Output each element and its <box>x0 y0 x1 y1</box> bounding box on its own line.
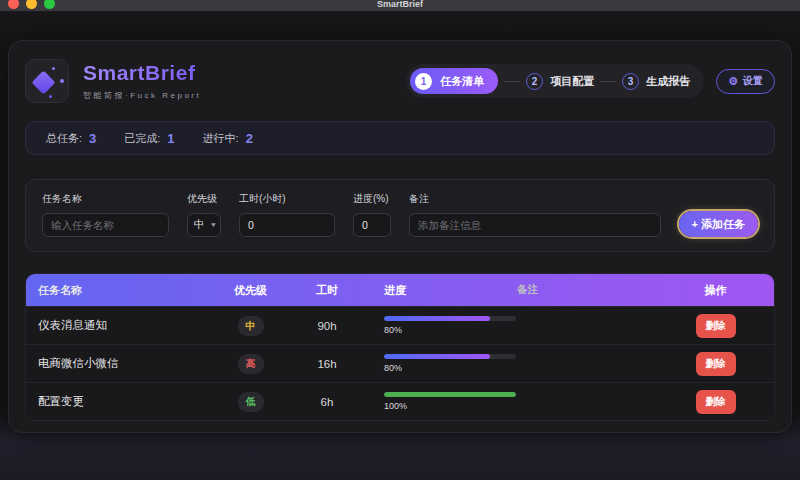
priority-badge: 中 <box>238 316 264 336</box>
header-task-name: 任务名称 <box>26 283 209 298</box>
hours-cell: 16h <box>292 358 362 370</box>
tab-task-list[interactable]: 1 任务清单 <box>410 68 498 94</box>
step-connector <box>600 81 616 82</box>
app-title: SmartBrief <box>83 61 201 85</box>
progress-fill <box>384 354 490 359</box>
priority-select[interactable]: 中 ▼ <box>187 213 221 237</box>
stat-label: 进行中: <box>203 131 239 146</box>
delete-button[interactable]: 删除 <box>696 314 736 338</box>
stat-label: 总任务: <box>46 131 82 146</box>
stat-in-progress: 进行中: 2 <box>203 131 253 146</box>
progress-input[interactable] <box>353 213 391 237</box>
app-logo-icon <box>25 59 69 103</box>
header-progress: 进度 <box>362 283 517 298</box>
stat-total: 总任务: 3 <box>46 131 96 146</box>
chevron-down-icon: ▼ <box>210 221 218 228</box>
diamond-icon <box>31 70 55 94</box>
step-label: 项目配置 <box>550 74 594 89</box>
gear-icon: ⚙ <box>728 75 738 88</box>
progress-bar: 80% <box>384 354 517 373</box>
progress-field: 进度(%) <box>353 192 391 237</box>
progress-track <box>384 354 516 359</box>
progress-track <box>384 392 516 397</box>
header-actions: 操作 <box>657 283 774 298</box>
priority-label: 优先级 <box>187 192 221 206</box>
task-name-cell: 电商微信小微信 <box>26 356 209 371</box>
note-input[interactable] <box>409 213 661 237</box>
step-connector <box>504 81 520 82</box>
progress-fill <box>384 392 516 397</box>
hours-label: 工时(小时) <box>239 192 335 206</box>
task-table: 任务名称 优先级 工时 进度 备注 操作 仪表消息通知 中 90h 80% 删除 <box>25 273 775 421</box>
table-row: 电商微信小微信 高 16h 80% 删除 <box>26 344 774 382</box>
priority-field: 优先级 中 ▼ <box>187 192 221 237</box>
add-task-form: 任务名称 优先级 中 ▼ 工时(小时) 进度(%) 备注 + 添加任务 <box>25 179 775 252</box>
stats-bar: 总任务: 3 已完成: 1 进行中: 2 <box>25 121 775 155</box>
delete-button[interactable]: 删除 <box>696 390 736 414</box>
progress-bar: 80% <box>384 316 517 335</box>
progress-label: 进度(%) <box>353 192 391 206</box>
window-title: SmartBrief <box>0 0 800 9</box>
step-number: 2 <box>526 73 543 90</box>
main-panel: SmartBrief 智能简报·Fuck Report 1 任务清单 2 项目配… <box>8 40 792 433</box>
stat-value: 3 <box>89 131 96 146</box>
progress-label: 100% <box>384 401 517 411</box>
header-note: 备注 <box>517 283 657 297</box>
brand: SmartBrief 智能简报·Fuck Report <box>25 59 201 103</box>
add-task-button[interactable]: + 添加任务 <box>679 211 758 237</box>
delete-button[interactable]: 删除 <box>696 352 736 376</box>
task-name-input[interactable] <box>42 213 169 237</box>
task-name-cell: 仪表消息通知 <box>26 318 209 333</box>
step-number: 1 <box>415 73 432 90</box>
table-header: 任务名称 优先级 工时 进度 备注 操作 <box>26 274 774 306</box>
table-row: 仪表消息通知 中 90h 80% 删除 <box>26 306 774 344</box>
progress-label: 80% <box>384 363 517 373</box>
priority-badge: 高 <box>238 354 264 374</box>
window-titlebar: SmartBrief <box>0 0 800 11</box>
tab-project-config[interactable]: 2 项目配置 <box>526 73 594 90</box>
dot-icon <box>49 95 52 98</box>
hours-cell: 6h <box>292 396 362 408</box>
task-name-label: 任务名称 <box>42 192 169 206</box>
progress-label: 80% <box>384 325 517 335</box>
app-header: SmartBrief 智能简报·Fuck Report 1 任务清单 2 项目配… <box>25 59 775 103</box>
step-number: 3 <box>622 73 639 90</box>
stat-label: 已完成: <box>124 131 160 146</box>
hours-input[interactable] <box>239 213 335 237</box>
task-name-field: 任务名称 <box>42 192 169 237</box>
dot-icon <box>52 67 55 70</box>
stat-completed: 已完成: 1 <box>124 131 174 146</box>
dot-icon <box>60 79 64 83</box>
wizard-stepper: 1 任务清单 2 项目配置 3 生成报告 <box>406 64 704 98</box>
header-hours: 工时 <box>292 283 362 298</box>
progress-bar: 100% <box>384 392 517 411</box>
settings-label: 设置 <box>743 74 763 88</box>
hours-cell: 90h <box>292 320 362 332</box>
stat-value: 2 <box>246 131 253 146</box>
progress-fill <box>384 316 490 321</box>
priority-badge: 低 <box>238 392 264 412</box>
header-priority: 优先级 <box>209 283 292 298</box>
progress-track <box>384 316 516 321</box>
step-label: 生成报告 <box>646 74 690 89</box>
app-subtitle: 智能简报·Fuck Report <box>83 90 201 101</box>
tab-generate-report[interactable]: 3 生成报告 <box>622 73 690 90</box>
step-label: 任务清单 <box>440 74 484 89</box>
task-name-cell: 配置变更 <box>26 394 209 409</box>
settings-button[interactable]: ⚙ 设置 <box>716 69 775 94</box>
table-body: 仪表消息通知 中 90h 80% 删除 电商微信小微信 高 16h <box>26 306 774 420</box>
stat-value: 1 <box>167 131 174 146</box>
note-label: 备注 <box>409 192 661 206</box>
header-right: 1 任务清单 2 项目配置 3 生成报告 ⚙ 设置 <box>406 64 775 98</box>
hours-field: 工时(小时) <box>239 192 335 237</box>
table-row: 配置变更 低 6h 100% 删除 <box>26 382 774 420</box>
priority-selected-value: 中 <box>194 218 205 232</box>
note-field: 备注 <box>409 192 661 237</box>
